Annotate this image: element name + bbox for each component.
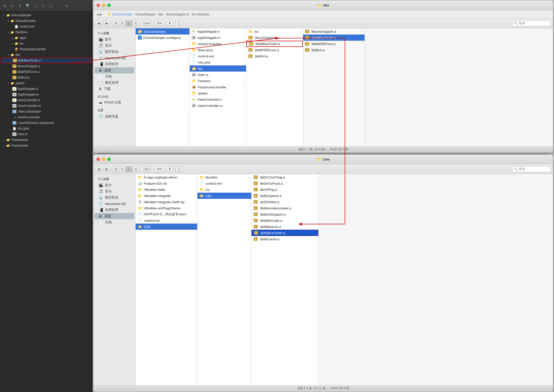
col-item-libcoresupport[interactable]: A libcoreSupport.a bbox=[246, 35, 303, 41]
col-item-liblibui[interactable]: A liblibUI.a bbox=[246, 53, 303, 59]
tree-main-m[interactable]: m main.m bbox=[0, 131, 93, 137]
gear-icon[interactable]: ⚙ bbox=[64, 3, 69, 8]
action-button[interactable]: ⚙ ▾ bbox=[155, 21, 164, 26]
sort-btn-b[interactable]: ⊞ ▾ bbox=[144, 167, 150, 172]
sidebar-recents[interactable]: 🕐 最近使用 bbox=[94, 80, 134, 86]
expand-arrow[interactable] bbox=[10, 41, 14, 46]
tree-products[interactable]: 📁 Frameworks bbox=[0, 137, 93, 143]
tree-frameworks[interactable]: 📁 Frameworks bbox=[0, 143, 93, 148]
expand-arrow[interactable] bbox=[2, 143, 6, 148]
sidebar-movies[interactable]: 🎬 影片 bbox=[94, 36, 134, 42]
tree-viewcontroller-h[interactable]: h ViewController.h bbox=[0, 97, 93, 103]
back-button[interactable]: ◀ bbox=[96, 21, 102, 26]
search-box-bottom[interactable]: 🔍 搜索 bbox=[512, 166, 551, 172]
col-item-libbluetooth-detail[interactable]: A liblibBlueTooth.a bbox=[303, 35, 365, 41]
column-view-btn-b[interactable]: ⫿ bbox=[126, 167, 132, 172]
col-item-liblibbarcode[interactable]: A liblibBarcode.a bbox=[252, 217, 318, 224]
icon-view-btn[interactable]: ⊞ bbox=[112, 21, 119, 26]
bookmark-icon[interactable]: ⊙ bbox=[41, 3, 46, 8]
col-item-liblibcache[interactable]: A liblibCache.a bbox=[252, 236, 318, 242]
expand-arrow[interactable] bbox=[6, 81, 10, 85]
maximize-button-bottom[interactable] bbox=[107, 158, 111, 161]
maximize-button[interactable] bbox=[107, 4, 111, 7]
nav-icon[interactable]: → bbox=[56, 3, 61, 8]
search-icon[interactable]: 🔍 bbox=[25, 3, 30, 8]
col-item-libdcunizxing[interactable]: A libDCUniZXing.a bbox=[252, 174, 318, 180]
col-item-assets[interactable]: 📁 Assets.xcassets › bbox=[190, 41, 246, 47]
col-item-main-m[interactable]: m main.m bbox=[190, 72, 246, 78]
sidebar-movies-b[interactable]: 🎬 影片 bbox=[94, 182, 134, 188]
col-item-libjsonkit[interactable]: A libJSONKit.a bbox=[252, 199, 318, 205]
sidebar-airdrop-b[interactable]: 📡 隐空投送 bbox=[94, 194, 134, 201]
col-item-appdelegate-m[interactable]: m AppDelegate.m bbox=[190, 35, 246, 41]
col-item-bundles[interactable]: 📁 Bundles › bbox=[197, 174, 251, 180]
col-item-liblibui-detail[interactable]: A liblibUI.a bbox=[303, 47, 365, 53]
forward-button[interactable]: ▶ bbox=[104, 21, 110, 26]
expand-arrow[interactable] bbox=[10, 36, 14, 40]
tree-main-storyboard[interactable]: SB Main.storyboard bbox=[0, 109, 93, 114]
action-button-bottom[interactable]: ⚙ ▾ bbox=[155, 166, 164, 172]
col-item-dcloud[interactable]: 📁 DcloudSample › bbox=[136, 28, 189, 35]
col-item-liblibpdrcore-detail[interactable]: A liblibPDRCore.a bbox=[303, 41, 365, 47]
tag-button-bottom[interactable]: ◯ bbox=[175, 166, 183, 172]
share-button-bottom[interactable]: ⬆ bbox=[166, 166, 173, 172]
tree-libs[interactable]: 📁 libs bbox=[0, 52, 93, 58]
expand-arrow[interactable] bbox=[2, 138, 6, 142]
col-item-liblibadsupport[interactable]: A liblibAdSupport.a bbox=[252, 211, 318, 217]
traffic-lights-top[interactable] bbox=[97, 4, 111, 7]
sort-btn[interactable]: ⊞ ▾ bbox=[144, 21, 150, 26]
col-item-libbluetooth-bottom[interactable]: A liblibBlueTooth.a bbox=[252, 230, 318, 236]
sidebar-remote-disk[interactable]: 💿 远程光盘 bbox=[94, 113, 134, 120]
expand-arrow[interactable] bbox=[6, 19, 10, 23]
tree-info-plist[interactable]: 📄 Info.plist bbox=[0, 126, 93, 131]
back-button-bottom[interactable]: ◀ bbox=[96, 167, 102, 172]
col-item-viewcontroller-h[interactable]: h ViewController.h bbox=[190, 96, 246, 103]
col-item-ios-doc[interactable]: 📄 iOS平台5+S...术白皮书.docx bbox=[136, 211, 197, 217]
download-icon[interactable]: ⬇ bbox=[18, 3, 23, 8]
tree-root[interactable]: 📁 DcloudSample bbox=[0, 12, 93, 18]
gallery-view-btn-b[interactable]: ⊟ bbox=[132, 167, 139, 172]
col-item-libiflyspeech[interactable]: A libiflySpeech.a bbox=[252, 193, 318, 199]
sidebar-apps-b[interactable]: 📲 应用程序 bbox=[94, 207, 134, 213]
col-item-libbluetooth-top[interactable]: A liblibBlueTooth.a bbox=[246, 41, 303, 47]
col-item-feature-xls[interactable]: 📊 Feature-iOS.xls bbox=[136, 180, 197, 186]
tree-pandora-api[interactable]: 📦 PandoraApi.bundle bbox=[0, 46, 93, 52]
sidebar-icloud-drive[interactable]: ☁ iCloud 云盘 bbox=[94, 99, 134, 105]
col-item-control[interactable]: 📄 control.xml bbox=[190, 53, 246, 59]
sidebar-desktop-b[interactable]: 🖥 桌面 bbox=[94, 213, 134, 219]
sidebar-desktop[interactable]: 🖥 桌面 bbox=[94, 67, 134, 73]
col-item-liblibaccelerometer[interactable]: A liblibAccelerometer.a bbox=[252, 205, 318, 211]
col-item-liblibpdrcore[interactable]: A liblibPDRCore.a bbox=[246, 47, 303, 53]
col-item-base[interactable]: 📁 Base.lproj › bbox=[190, 47, 246, 53]
col-item-libiappay[interactable]: A libIAPPay.a bbox=[252, 186, 318, 193]
sidebar-music-b[interactable]: 🎵 音乐 bbox=[94, 188, 134, 194]
col-item-hbuilder-integrate[interactable]: 📁 HBuilder-Integrate › bbox=[136, 193, 197, 199]
sidebar-apps[interactable]: 📲 应用程序 bbox=[94, 61, 134, 67]
tree-libcoresupport[interactable]: A libcoreSupport.a bbox=[0, 63, 93, 69]
tag-button[interactable]: ◯ bbox=[175, 21, 183, 26]
list-view-btn-b[interactable]: ☰ bbox=[119, 167, 126, 172]
share-button[interactable]: ⬆ bbox=[166, 21, 173, 26]
bc-back[interactable]: ◀ bbox=[97, 13, 99, 16]
expand-arrow[interactable] bbox=[6, 30, 10, 34]
col-item-viewcontroller-m[interactable]: m ViewController.m bbox=[190, 103, 246, 109]
col-item-liblibbeacon[interactable]: A liblibBeacon.a bbox=[252, 224, 318, 230]
col-item-pandoraapi[interactable]: 📦 PandoraApi.bundle › bbox=[190, 84, 246, 90]
col-item-libgetuipush[interactable]: A libGeTuiPush.a bbox=[252, 180, 318, 186]
sidebar-music[interactable]: 🎵 音乐 bbox=[94, 42, 134, 49]
search-box-top[interactable]: 🔍 搜索 bbox=[512, 21, 551, 26]
tree-appdelegate-m[interactable]: m AppDelegate.m bbox=[0, 92, 93, 97]
sidebar-documents[interactable]: 📄 文稿 bbox=[94, 73, 134, 80]
sidebar-downloads[interactable]: ⬇ 下载 bbox=[94, 86, 134, 92]
warning-icon[interactable]: ⚠ bbox=[33, 3, 38, 8]
tree-inc[interactable]: 📁 inc bbox=[0, 41, 93, 46]
traffic-lights-bottom[interactable] bbox=[97, 158, 111, 161]
col-item-hbuilder-swift[interactable]: 🗜 HBuilder-Integrate-Swift.zip bbox=[136, 199, 197, 205]
tree-viewcontroller-m[interactable]: m ViewController.m bbox=[0, 103, 93, 109]
sidebar-macintosh-b[interactable]: 💿 Macintosh HD bbox=[94, 201, 134, 207]
tree-libbluetooth[interactable]: A liblibBlueTooth.a bbox=[1, 58, 92, 63]
tree-splash[interactable]: 📁 splash bbox=[0, 80, 93, 86]
tree-pandora[interactable]: 📁 Pandora bbox=[0, 29, 93, 35]
col-item-inc[interactable]: 📁 inc › bbox=[246, 28, 303, 35]
col-item-readme[interactable]: 📄 readme.txt bbox=[136, 217, 197, 224]
